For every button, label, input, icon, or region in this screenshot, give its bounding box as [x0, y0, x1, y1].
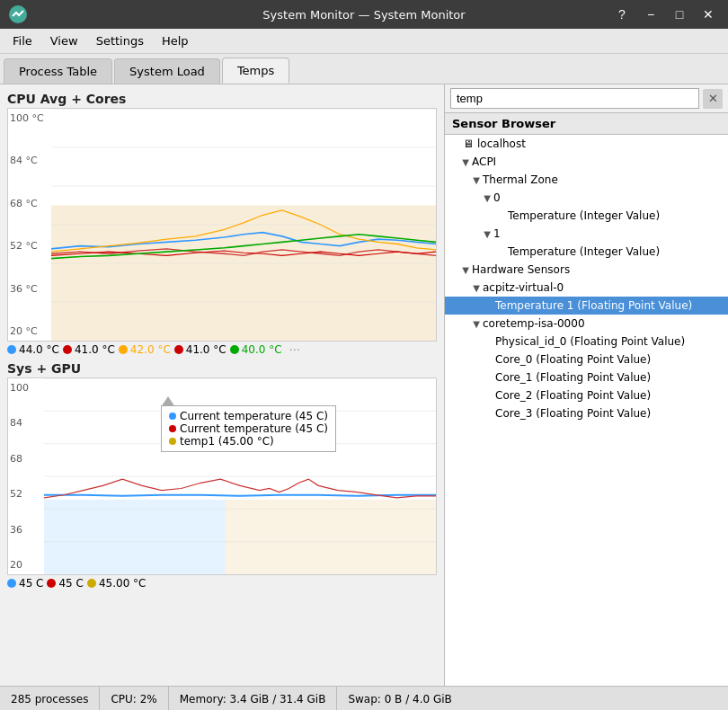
localhost-label: localhost	[477, 138, 526, 150]
cpu-chart-svg	[51, 109, 436, 341]
statusbar-memory: Memory: 3.4 GiB / 31.4 GiB	[169, 687, 338, 710]
search-input[interactable]	[450, 88, 699, 109]
cpu-legend-label-1: 41.0 °C	[75, 343, 115, 356]
sys-legend-dot-1	[47, 579, 56, 588]
tree-item-tz1[interactable]: 1	[445, 225, 728, 243]
sys-legend-label-0: 45 C	[19, 577, 43, 590]
cpu-legend-label-4: 40.0 °C	[242, 343, 282, 356]
menu-help[interactable]: Help	[153, 31, 198, 51]
cpu-chart-container: 100 °C 84 °C 68 °C 52 °C 36 °C 20 °C	[7, 108, 437, 342]
tree-item-core3[interactable]: Core_3 (Floating Point Value)	[445, 404, 728, 422]
tab-system-load[interactable]: System Load	[114, 58, 220, 84]
menu-settings[interactable]: Settings	[87, 31, 153, 51]
tree-item-tz0-temp[interactable]: Temperature (Integer Value)	[445, 207, 728, 225]
help-button[interactable]: ?	[609, 2, 635, 27]
menubar: File View Settings Help	[0, 29, 728, 54]
cpu-chart-section: CPU Avg + Cores 100 °C 84 °C 68 °C 52 °C…	[7, 92, 437, 356]
sys-legend-label-1: 45 C	[58, 577, 83, 590]
sys-gpu-chart-area: Current temperature (45 C) Current tempe…	[44, 378, 436, 574]
tree-item-core0[interactable]: Core_0 (Floating Point Value)	[445, 351, 728, 368]
sys-gpu-chart-title: Sys + GPU	[7, 361, 437, 376]
minimize-button[interactable]: −	[638, 2, 663, 27]
core2-label: Core_2 (Floating Point Value)	[495, 389, 651, 402]
tree-item-tz0[interactable]: 0	[445, 189, 728, 207]
sys-legend-label-2: 45.00 °C	[99, 577, 146, 590]
cpu-y-84: 84 °C	[10, 155, 49, 166]
tree-item-localhost[interactable]: 🖥 localhost	[445, 135, 728, 153]
cpu-y-52: 52 °C	[10, 240, 49, 252]
arrow-coretemp[interactable]	[470, 319, 483, 329]
cpu-legend-dot-4	[230, 345, 239, 354]
tree-item-tz1-temp[interactable]: Temperature (Integer Value)	[445, 243, 728, 261]
sys-legend-dot-0	[7, 579, 16, 588]
cpu-chart-title: CPU Avg + Cores	[7, 92, 437, 106]
sys-gpu-legend: 45 C 45 C 45.00 °C	[7, 577, 437, 590]
search-bar: ✕	[445, 84, 728, 113]
statusbar-swap: Swap: 0 B / 4.0 GiB	[337, 687, 462, 710]
sys-gpu-y-labels: 100 84 68 52 36 20	[8, 378, 44, 574]
menu-view[interactable]: View	[41, 31, 87, 51]
arrow-acpitz[interactable]	[470, 283, 483, 293]
tz0-temp-label: Temperature (Integer Value)	[508, 209, 660, 222]
sys-y-52: 52	[10, 488, 42, 500]
cpu-legend-item-2: 42.0 °C	[119, 343, 171, 356]
sys-gpu-chart-container: 100 84 68 52 36 20	[7, 377, 437, 575]
cpu-legend-item-3: 41.0 °C	[174, 343, 226, 356]
tz1-label: 1	[493, 227, 501, 240]
arrow-thermal[interactable]	[470, 175, 483, 185]
sensor-tree[interactable]: 🖥 localhost ACPI Thermal Zone	[445, 135, 728, 686]
tab-process-table[interactable]: Process Table	[4, 58, 112, 84]
sys-gpu-chart-section: Sys + GPU 100 84 68 52 36 20	[7, 361, 437, 590]
acpi-label: ACPI	[472, 155, 496, 168]
cpu-legend: 44.0 °C 41.0 °C 42.0 °C 41.0 °C 40.0 °C	[7, 343, 437, 356]
arrow-acpi[interactable]	[459, 157, 472, 167]
acpitz-label: acpitz-virtual-0	[483, 281, 564, 294]
tz0-label: 0	[493, 191, 501, 204]
tree-item-thermal-zone[interactable]: Thermal Zone	[445, 171, 728, 189]
cpu-y-36: 36 °C	[10, 283, 49, 295]
tree-item-coretemp[interactable]: coretemp-isa-0000	[445, 315, 728, 333]
sys-y-84: 84	[10, 417, 42, 429]
cpu-legend-item-0: 44.0 °C	[7, 343, 59, 356]
sys-y-20: 20	[10, 559, 42, 571]
close-button[interactable]: ✕	[696, 2, 721, 27]
cpu-legend-dot-3	[174, 345, 183, 354]
cpu-y-labels: 100 °C 84 °C 68 °C 52 °C 36 °C 20 °C	[8, 109, 51, 341]
maximize-button[interactable]: □	[667, 2, 692, 27]
menu-file[interactable]: File	[4, 31, 41, 51]
tree-item-physical[interactable]: Physical_id_0 (Floating Point Value)	[445, 333, 728, 351]
cpu-legend-dot-1	[63, 345, 72, 354]
core3-label: Core_3 (Floating Point Value)	[495, 407, 651, 420]
tree-item-acpitz-temp1[interactable]: Temperature 1 (Floating Point Value)	[445, 297, 728, 315]
sys-y-36: 36	[10, 524, 42, 536]
tree-item-hw-sensors[interactable]: Hardware Sensors	[445, 261, 728, 279]
tree-item-core2[interactable]: Core_2 (Floating Point Value)	[445, 386, 728, 404]
monitor-icon: 🖥	[461, 138, 475, 150]
titlebar: System Monitor — System Monitor ? − □ ✕	[0, 0, 728, 29]
tree-item-acpitz[interactable]: acpitz-virtual-0	[445, 279, 728, 297]
more-icon: ⋯	[289, 343, 300, 356]
arrow-tz0[interactable]	[481, 193, 493, 203]
sys-legend-dot-2	[87, 579, 96, 588]
svg-rect-8	[44, 500, 226, 574]
cpu-legend-label-3: 41.0 °C	[186, 343, 226, 356]
statusbar: 285 processes CPU: 2% Memory: 3.4 GiB / …	[0, 686, 728, 710]
memory-label: Memory: 3.4 GiB / 31.4 GiB	[180, 693, 326, 706]
arrow-tz1[interactable]	[481, 229, 493, 239]
tree-item-acpi[interactable]: ACPI	[445, 153, 728, 171]
sys-legend-item-2: 45.00 °C	[87, 577, 146, 590]
cpu-legend-label-0: 44.0 °C	[19, 343, 59, 356]
svg-rect-1	[51, 206, 436, 342]
acpitz-temp1-label: Temperature 1 (Floating Point Value)	[495, 299, 692, 312]
cpu-chart-area	[51, 109, 436, 341]
sys-gpu-chart-svg	[44, 378, 436, 574]
tree-item-core1[interactable]: Core_1 (Floating Point Value)	[445, 368, 728, 386]
left-panel: CPU Avg + Cores 100 °C 84 °C 68 °C 52 °C…	[0, 84, 444, 686]
statusbar-processes: 285 processes	[0, 687, 100, 710]
cpu-legend-item-4: 40.0 °C	[230, 343, 282, 356]
tab-temps[interactable]: Temps	[222, 58, 289, 84]
arrow-hw[interactable]	[459, 265, 472, 275]
search-clear-button[interactable]: ✕	[703, 89, 723, 109]
coretemp-label: coretemp-isa-0000	[483, 317, 585, 330]
app-icon	[7, 4, 29, 25]
